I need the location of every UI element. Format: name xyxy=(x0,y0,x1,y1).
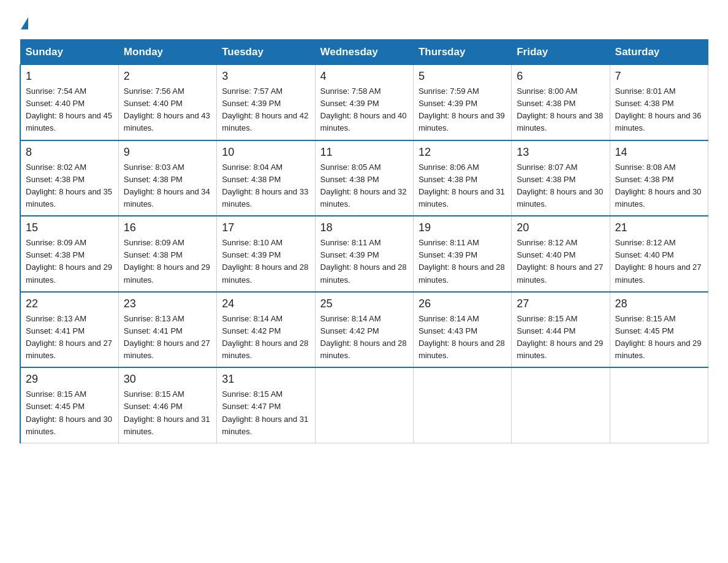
calendar-cell: 25 Sunrise: 8:14 AMSunset: 4:42 PMDaylig… xyxy=(315,292,413,368)
day-number: 30 xyxy=(124,373,211,386)
day-info: Sunrise: 8:04 AMSunset: 4:38 PMDaylight:… xyxy=(222,161,309,211)
day-info: Sunrise: 7:59 AMSunset: 4:39 PMDaylight:… xyxy=(419,85,506,135)
calendar-cell: 18 Sunrise: 8:11 AMSunset: 4:39 PMDaylig… xyxy=(315,216,413,292)
calendar-cell: 11 Sunrise: 8:05 AMSunset: 4:38 PMDaylig… xyxy=(315,140,413,216)
day-info: Sunrise: 8:10 AMSunset: 4:39 PMDaylight:… xyxy=(222,237,309,286)
calendar-cell: 4 Sunrise: 7:58 AMSunset: 4:39 PMDayligh… xyxy=(315,65,413,140)
day-number: 19 xyxy=(419,221,506,234)
day-info: Sunrise: 8:14 AMSunset: 4:43 PMDaylight:… xyxy=(419,313,506,362)
calendar-cell: 14 Sunrise: 8:08 AMSunset: 4:38 PMDaylig… xyxy=(610,140,708,216)
day-info: Sunrise: 8:07 AMSunset: 4:38 PMDaylight:… xyxy=(517,161,604,211)
day-number: 27 xyxy=(517,297,604,310)
calendar-cell: 29 Sunrise: 8:15 AMSunset: 4:45 PMDaylig… xyxy=(20,367,118,443)
day-number: 8 xyxy=(26,146,113,159)
day-info: Sunrise: 8:14 AMSunset: 4:42 PMDaylight:… xyxy=(222,313,309,362)
day-info: Sunrise: 8:13 AMSunset: 4:41 PMDaylight:… xyxy=(26,313,113,362)
day-info: Sunrise: 8:15 AMSunset: 4:44 PMDaylight:… xyxy=(517,313,604,362)
logo xyxy=(20,15,28,28)
day-info: Sunrise: 7:58 AMSunset: 4:39 PMDaylight:… xyxy=(320,85,408,135)
calendar-cell: 13 Sunrise: 8:07 AMSunset: 4:38 PMDaylig… xyxy=(512,140,610,216)
day-info: Sunrise: 8:00 AMSunset: 4:38 PMDaylight:… xyxy=(517,85,604,135)
day-number: 16 xyxy=(124,221,211,234)
day-number: 11 xyxy=(320,146,408,159)
calendar-cell: 21 Sunrise: 8:12 AMSunset: 4:40 PMDaylig… xyxy=(610,216,708,292)
calendar-week-row: 29 Sunrise: 8:15 AMSunset: 4:45 PMDaylig… xyxy=(20,367,708,443)
day-number: 17 xyxy=(222,221,309,234)
page-header xyxy=(20,15,708,28)
day-info: Sunrise: 7:57 AMSunset: 4:39 PMDaylight:… xyxy=(222,85,309,135)
day-info: Sunrise: 8:15 AMSunset: 4:47 PMDaylight:… xyxy=(222,388,309,438)
calendar-cell xyxy=(413,367,511,443)
calendar-cell: 3 Sunrise: 7:57 AMSunset: 4:39 PMDayligh… xyxy=(217,65,315,140)
day-info: Sunrise: 8:05 AMSunset: 4:38 PMDaylight:… xyxy=(320,161,408,211)
weekday-header-friday: Friday xyxy=(512,40,610,65)
calendar-cell: 24 Sunrise: 8:14 AMSunset: 4:42 PMDaylig… xyxy=(217,292,315,368)
day-number: 24 xyxy=(222,297,309,310)
day-info: Sunrise: 8:01 AMSunset: 4:38 PMDaylight:… xyxy=(615,85,703,135)
day-info: Sunrise: 8:15 AMSunset: 4:45 PMDaylight:… xyxy=(26,388,113,438)
calendar-cell: 31 Sunrise: 8:15 AMSunset: 4:47 PMDaylig… xyxy=(217,367,315,443)
day-number: 15 xyxy=(26,221,113,234)
day-number: 31 xyxy=(222,373,309,386)
day-info: Sunrise: 8:12 AMSunset: 4:40 PMDaylight:… xyxy=(517,237,604,286)
day-number: 10 xyxy=(222,146,309,159)
calendar-cell: 15 Sunrise: 8:09 AMSunset: 4:38 PMDaylig… xyxy=(20,216,118,292)
day-info: Sunrise: 8:15 AMSunset: 4:45 PMDaylight:… xyxy=(615,313,703,362)
day-number: 26 xyxy=(419,297,506,310)
calendar-week-row: 15 Sunrise: 8:09 AMSunset: 4:38 PMDaylig… xyxy=(20,216,708,292)
day-number: 22 xyxy=(26,297,113,310)
calendar-cell: 6 Sunrise: 8:00 AMSunset: 4:38 PMDayligh… xyxy=(512,65,610,140)
logo-triangle-icon xyxy=(21,17,28,29)
day-info: Sunrise: 8:15 AMSunset: 4:46 PMDaylight:… xyxy=(124,388,211,438)
day-info: Sunrise: 8:09 AMSunset: 4:38 PMDaylight:… xyxy=(26,237,113,286)
calendar-cell: 8 Sunrise: 8:02 AMSunset: 4:38 PMDayligh… xyxy=(20,140,118,216)
day-number: 4 xyxy=(320,70,408,83)
day-number: 18 xyxy=(320,221,408,234)
day-info: Sunrise: 8:06 AMSunset: 4:38 PMDaylight:… xyxy=(419,161,506,211)
calendar-cell: 9 Sunrise: 8:03 AMSunset: 4:38 PMDayligh… xyxy=(118,140,216,216)
day-number: 13 xyxy=(517,146,604,159)
calendar-cell: 27 Sunrise: 8:15 AMSunset: 4:44 PMDaylig… xyxy=(512,292,610,368)
calendar-cell: 26 Sunrise: 8:14 AMSunset: 4:43 PMDaylig… xyxy=(413,292,511,368)
day-info: Sunrise: 7:56 AMSunset: 4:40 PMDaylight:… xyxy=(124,85,211,135)
calendar-cell xyxy=(512,367,610,443)
calendar-cell: 22 Sunrise: 8:13 AMSunset: 4:41 PMDaylig… xyxy=(20,292,118,368)
day-number: 1 xyxy=(26,70,113,83)
calendar-cell: 12 Sunrise: 8:06 AMSunset: 4:38 PMDaylig… xyxy=(413,140,511,216)
calendar-week-row: 1 Sunrise: 7:54 AMSunset: 4:40 PMDayligh… xyxy=(20,65,708,140)
weekday-header-row: SundayMondayTuesdayWednesdayThursdayFrid… xyxy=(20,40,708,65)
calendar-cell: 7 Sunrise: 8:01 AMSunset: 4:38 PMDayligh… xyxy=(610,65,708,140)
calendar-cell: 23 Sunrise: 8:13 AMSunset: 4:41 PMDaylig… xyxy=(118,292,216,368)
weekday-header-sunday: Sunday xyxy=(20,40,118,65)
calendar-cell: 2 Sunrise: 7:56 AMSunset: 4:40 PMDayligh… xyxy=(118,65,216,140)
weekday-header-tuesday: Tuesday xyxy=(217,40,315,65)
day-number: 25 xyxy=(320,297,408,310)
calendar-cell: 16 Sunrise: 8:09 AMSunset: 4:38 PMDaylig… xyxy=(118,216,216,292)
day-info: Sunrise: 8:03 AMSunset: 4:38 PMDaylight:… xyxy=(124,161,211,211)
day-number: 9 xyxy=(124,146,211,159)
calendar-cell: 17 Sunrise: 8:10 AMSunset: 4:39 PMDaylig… xyxy=(217,216,315,292)
day-info: Sunrise: 7:54 AMSunset: 4:40 PMDaylight:… xyxy=(26,85,113,135)
day-number: 14 xyxy=(615,146,703,159)
day-info: Sunrise: 8:11 AMSunset: 4:39 PMDaylight:… xyxy=(419,237,506,286)
day-number: 6 xyxy=(517,70,604,83)
day-number: 20 xyxy=(517,221,604,234)
day-number: 12 xyxy=(419,146,506,159)
day-info: Sunrise: 8:11 AMSunset: 4:39 PMDaylight:… xyxy=(320,237,408,286)
calendar-cell: 1 Sunrise: 7:54 AMSunset: 4:40 PMDayligh… xyxy=(20,65,118,140)
day-info: Sunrise: 8:14 AMSunset: 4:42 PMDaylight:… xyxy=(320,313,408,362)
weekday-header-monday: Monday xyxy=(118,40,216,65)
calendar-cell: 20 Sunrise: 8:12 AMSunset: 4:40 PMDaylig… xyxy=(512,216,610,292)
day-info: Sunrise: 8:12 AMSunset: 4:40 PMDaylight:… xyxy=(615,237,703,286)
day-number: 28 xyxy=(615,297,703,310)
calendar-cell: 19 Sunrise: 8:11 AMSunset: 4:39 PMDaylig… xyxy=(413,216,511,292)
day-number: 7 xyxy=(615,70,703,83)
calendar-week-row: 8 Sunrise: 8:02 AMSunset: 4:38 PMDayligh… xyxy=(20,140,708,216)
calendar-cell: 28 Sunrise: 8:15 AMSunset: 4:45 PMDaylig… xyxy=(610,292,708,368)
weekday-header-thursday: Thursday xyxy=(413,40,511,65)
day-number: 2 xyxy=(124,70,211,83)
day-number: 23 xyxy=(124,297,211,310)
calendar-week-row: 22 Sunrise: 8:13 AMSunset: 4:41 PMDaylig… xyxy=(20,292,708,368)
weekday-header-wednesday: Wednesday xyxy=(315,40,413,65)
calendar-cell xyxy=(315,367,413,443)
